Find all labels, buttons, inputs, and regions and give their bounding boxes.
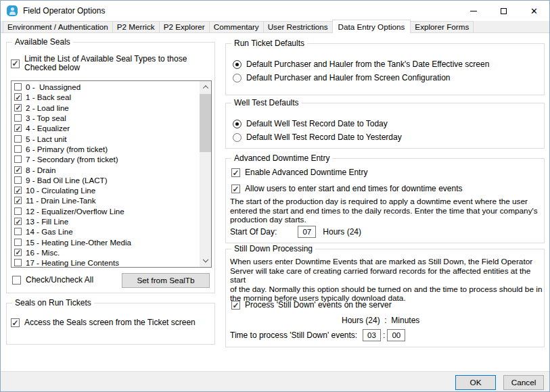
set-from-sealtb-button[interactable]: Set from SealTb <box>122 273 210 288</box>
seal-checkbox[interactable] <box>14 124 22 132</box>
group-seals-on-run-tickets: Seals on Run Tickets Access the Seals sc… <box>6 303 215 345</box>
seal-item[interactable]: 11 - Drain Line-Tank <box>12 195 200 205</box>
minimize-icon <box>470 11 477 11</box>
access-seals-label: Access the Seals screen from the Ticket … <box>24 318 196 327</box>
time-colon-label: : <box>383 330 385 340</box>
seal-item[interactable]: 12 - Equalizer/Overflow Line <box>12 206 200 216</box>
scrollbar-thumb[interactable] <box>200 94 211 152</box>
check-uncheck-all-checkbox[interactable] <box>12 276 21 285</box>
process-still-down-checkbox[interactable] <box>231 301 240 310</box>
window-controls: ✕ <box>458 1 549 21</box>
still-down-hours-input[interactable] <box>363 329 381 341</box>
seal-checkbox[interactable] <box>14 166 22 174</box>
seal-label: 3 - Top seal <box>26 114 66 122</box>
seal-item[interactable]: 9 - Bad Oil Line (LACT) <box>12 175 200 185</box>
seal-item[interactable]: 8 - Drain <box>12 164 200 174</box>
limit-seal-types-row: Limit the List of Available Seal Types t… <box>11 55 208 72</box>
seal-item[interactable]: 5 - Lact unit <box>12 133 200 143</box>
footer-bar: OK Cancel <box>1 371 549 392</box>
seal-item[interactable]: 16 - Misc. <box>12 247 200 258</box>
seal-checkbox[interactable] <box>14 114 22 122</box>
group-available-seals-title: Available Seals <box>12 37 73 47</box>
seal-checkbox[interactable] <box>14 145 22 153</box>
seal-item[interactable]: 2 - Load line <box>12 103 200 113</box>
group-seals-on-run-tickets-title: Seals on Run Tickets <box>12 298 94 308</box>
seal-checkbox[interactable] <box>14 176 22 184</box>
seal-checkbox[interactable] <box>14 83 22 91</box>
radio-default-well-test-record-date-to-today[interactable] <box>233 120 242 128</box>
still-down-minutes-input[interactable] <box>387 329 405 341</box>
radio-row-default-purchaser-and-hauler-from-screen-configuration[interactable]: Default Purchaser and Hauler from Screen… <box>233 74 451 82</box>
cancel-button[interactable]: Cancel <box>503 375 544 390</box>
group-advanced-downtime-title: Advanced Downtime Entry <box>231 153 332 164</box>
seal-label: 4 - Equalizer <box>26 124 70 132</box>
radio-row-default-well-test-record-date-to-today[interactable]: Default Well Test Record Date to Today <box>233 120 388 128</box>
tab-explorer-forms[interactable]: Explorer Forms <box>410 21 474 32</box>
tab-user-restrictions[interactable]: User Restrictions <box>263 21 333 32</box>
tab-page-data-entry-options: Available Seals Limit the List of Availa… <box>1 32 549 371</box>
access-seals-checkbox[interactable] <box>11 318 20 327</box>
seal-item[interactable]: 17 - Heating Line Contents <box>12 258 200 268</box>
seal-checkbox[interactable] <box>14 218 22 225</box>
seal-item[interactable]: 7 - Secondary (from ticket) <box>12 154 200 164</box>
radio-row-default-well-test-record-date-to-yesterday[interactable]: Default Well Test Record Date to Yesterd… <box>233 133 402 142</box>
radio-label: Default Well Test Record Date to Yesterd… <box>246 133 402 142</box>
radio-default-well-test-record-date-to-yesterday[interactable] <box>233 133 242 142</box>
time-to-process-label: Time to process 'Still Down' events: <box>230 330 363 340</box>
maximize-icon <box>501 8 507 14</box>
seal-label: 14 - Gas Line <box>26 227 73 236</box>
ok-button[interactable]: OK <box>455 375 496 390</box>
seal-item[interactable]: 15 - Heating Line-Other Media <box>12 237 200 247</box>
tab-strip: Environment / AuthenticationP2 MerrickP2… <box>1 21 549 32</box>
tab-data-entry-options[interactable]: Data Entry Options <box>332 20 411 33</box>
tab-commentary[interactable]: Commentary <box>209 21 264 32</box>
seal-checkbox[interactable] <box>14 259 22 266</box>
seal-checkbox[interactable] <box>14 197 22 204</box>
seal-item[interactable]: 0 - Unassigned <box>12 82 200 92</box>
seal-item[interactable]: 6 - Primary (from ticket) <box>12 144 200 154</box>
scroll-down-icon[interactable] <box>200 255 211 267</box>
tab-p2-merrick[interactable]: P2 Merrick <box>112 21 160 32</box>
seal-item[interactable]: 4 - Equalizer <box>12 123 200 133</box>
radio-default-purchaser-and-hauler-from-screen-configuration[interactable] <box>233 74 242 82</box>
seal-rows: 0 - Unassigned1 - Back seal2 - Load line… <box>12 82 200 268</box>
app-icon <box>7 5 18 16</box>
seal-checkbox[interactable] <box>14 207 22 215</box>
allow-start-end-times-checkbox[interactable] <box>231 185 240 193</box>
seal-item[interactable]: 10 - Circulating Line <box>12 185 200 195</box>
process-still-down-label: Process 'Still Down' events on the serve… <box>245 301 392 310</box>
limit-seal-types-checkbox[interactable] <box>11 59 20 68</box>
seal-item[interactable]: 1 - Back seal <box>12 92 200 102</box>
group-run-ticket-defaults: Run Ticket Defaults Default Purchaser an… <box>225 43 545 95</box>
close-button[interactable]: ✕ <box>519 1 549 21</box>
seal-checkbox[interactable] <box>14 239 22 246</box>
start-of-day-input[interactable] <box>298 226 316 238</box>
seal-checkbox[interactable] <box>14 155 22 163</box>
seal-checkbox[interactable] <box>14 187 22 194</box>
access-seals-row: Access the Seals screen from the Ticket … <box>11 318 196 327</box>
minimize-button[interactable] <box>458 1 488 21</box>
seal-item[interactable]: 14 - Gas Line <box>12 226 200 237</box>
seal-label: 2 - Load line <box>26 103 69 112</box>
seal-checkbox[interactable] <box>14 104 22 112</box>
seal-label: 16 - Misc. <box>26 248 60 257</box>
scroll-up-icon[interactable] <box>200 81 211 93</box>
tab-p2-explorer[interactable]: P2 Explorer <box>159 21 210 32</box>
radio-default-purchaser-and-hauler-from-the-tank-s-date-effective-screen[interactable] <box>233 60 242 69</box>
seal-checkbox[interactable] <box>14 249 22 256</box>
title-bar: Field Operator Options ✕ <box>1 1 549 21</box>
tab-environment-authentication[interactable]: Environment / Authentication <box>3 21 113 32</box>
seal-checkbox[interactable] <box>14 93 22 101</box>
seal-list-scrollbar[interactable] <box>200 81 211 267</box>
radio-row-default-purchaser-and-hauler-from-the-tank-s-date-effective-screen[interactable]: Default Purchaser and Hauler from the Ta… <box>233 60 489 69</box>
enable-advanced-downtime-checkbox[interactable] <box>231 168 240 177</box>
maximize-button[interactable] <box>488 1 519 21</box>
seal-item[interactable]: 13 - Fill Line <box>12 216 200 226</box>
seal-item[interactable]: 3 - Top seal <box>12 113 200 123</box>
seal-list[interactable]: 0 - Unassigned1 - Back seal2 - Load line… <box>11 80 212 268</box>
seal-checkbox[interactable] <box>14 228 22 235</box>
seal-checkbox[interactable] <box>14 135 22 143</box>
seal-label: 11 - Drain Line-Tank <box>26 196 96 205</box>
start-of-day-hours-label: Hours (24) <box>323 227 361 237</box>
seal-label: 17 - Heating Line Contents <box>26 258 119 267</box>
